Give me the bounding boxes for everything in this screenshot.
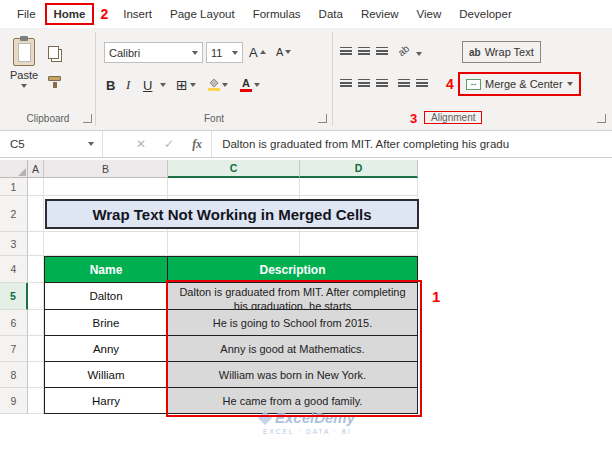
chevron-down-icon bbox=[232, 51, 238, 55]
clipboard-dialog-launcher[interactable] bbox=[83, 114, 92, 123]
tab-review[interactable]: Review bbox=[352, 3, 408, 25]
formula-input[interactable]: Dalton is graduated from MIT. After comp… bbox=[212, 138, 612, 150]
font-color-button[interactable]: A bbox=[240, 74, 260, 96]
row-header-9[interactable]: 9 bbox=[0, 388, 28, 414]
row-header-5[interactable]: 5 bbox=[0, 283, 28, 310]
underline-icon: U bbox=[143, 78, 152, 93]
font-dialog-launcher[interactable] bbox=[318, 114, 327, 123]
description-column-header-cell[interactable]: Description bbox=[168, 256, 418, 283]
tab-formulas[interactable]: Formulas bbox=[244, 3, 310, 25]
name-cell[interactable]: Brine bbox=[44, 310, 168, 336]
font-size-value: 11 bbox=[211, 47, 222, 59]
tab-developer[interactable]: Developer bbox=[450, 3, 520, 25]
cell-c3[interactable] bbox=[168, 232, 300, 256]
cell-a8[interactable] bbox=[28, 362, 44, 388]
enter-button[interactable]: ✓ bbox=[155, 137, 183, 151]
name-cell[interactable]: Harry bbox=[44, 388, 168, 414]
tab-page-layout[interactable]: Page Layout bbox=[161, 3, 244, 25]
annotation-step-2: 2 bbox=[94, 6, 114, 22]
decrease-indent-button[interactable] bbox=[398, 79, 410, 89]
font-size-select[interactable]: 11 bbox=[206, 42, 243, 63]
row-header-2[interactable]: 2 bbox=[0, 196, 28, 232]
annotation-range-box bbox=[166, 280, 422, 417]
row-header-7[interactable]: 7 bbox=[0, 336, 28, 362]
decrease-font-size-button[interactable]: A bbox=[276, 41, 291, 63]
cancel-button[interactable]: ✕ bbox=[127, 137, 155, 151]
align-middle-button[interactable] bbox=[358, 47, 370, 57]
increase-font-size-button[interactable]: A bbox=[249, 41, 266, 63]
cell-a3[interactable] bbox=[28, 232, 44, 256]
wrap-text-button[interactable]: ab Wrap Text bbox=[462, 41, 541, 63]
chevron-down-icon bbox=[254, 83, 260, 87]
font-name-select[interactable]: Calibri bbox=[104, 42, 203, 63]
cell-c1[interactable] bbox=[168, 178, 300, 196]
column-header-a[interactable]: A bbox=[28, 160, 44, 178]
tab-insert[interactable]: Insert bbox=[114, 3, 161, 25]
fill-color-button[interactable] bbox=[208, 74, 228, 96]
increase-indent-button[interactable] bbox=[416, 79, 428, 89]
name-cell[interactable]: Anny bbox=[44, 336, 168, 362]
row-header-3[interactable]: 3 bbox=[0, 232, 28, 256]
chevron-down-icon bbox=[222, 83, 228, 87]
tab-view[interactable]: View bbox=[408, 3, 451, 25]
align-right-button[interactable] bbox=[376, 79, 388, 89]
copy-button[interactable] bbox=[48, 42, 70, 62]
cell-a7[interactable] bbox=[28, 336, 44, 362]
tab-data[interactable]: Data bbox=[310, 3, 352, 25]
cell-b3[interactable] bbox=[44, 232, 168, 256]
orientation-button[interactable]: ab bbox=[396, 43, 412, 59]
column-header-b[interactable]: B bbox=[44, 160, 168, 178]
align-top-button[interactable] bbox=[340, 47, 352, 57]
cell-d1[interactable] bbox=[300, 178, 418, 196]
cell-a5[interactable] bbox=[28, 283, 44, 310]
wrap-text-icon: ab bbox=[469, 47, 481, 58]
divider bbox=[102, 131, 103, 157]
column-header-d[interactable]: D bbox=[300, 160, 418, 178]
alignment-dialog-launcher[interactable] bbox=[597, 114, 606, 123]
column-header-c[interactable]: C bbox=[168, 160, 300, 178]
sheet-title-cell[interactable]: Wrap Text Not Working in Merged Cells bbox=[45, 199, 419, 229]
formula-bar: C5 ✕ ✓ fx Dalton is graduated from MIT. … bbox=[0, 131, 612, 158]
row-header-8[interactable]: 8 bbox=[0, 362, 28, 388]
tab-file[interactable]: File bbox=[8, 3, 45, 25]
excel-window: File Home 2 Insert Page Layout Formulas … bbox=[0, 0, 612, 452]
paste-icon bbox=[13, 38, 35, 66]
cell-a2[interactable] bbox=[28, 196, 44, 232]
paste-label: Paste bbox=[10, 69, 38, 81]
align-center-button[interactable] bbox=[358, 79, 370, 89]
empty-area bbox=[418, 362, 612, 388]
name-column-header-cell[interactable]: Name bbox=[44, 256, 168, 283]
group-divider bbox=[332, 32, 333, 126]
name-box[interactable]: C5 bbox=[0, 138, 88, 150]
align-bottom-button[interactable] bbox=[376, 47, 388, 57]
orientation-icon: ab bbox=[396, 43, 412, 59]
cell-b1[interactable] bbox=[44, 178, 168, 196]
empty-area bbox=[418, 388, 612, 414]
cell-a9[interactable] bbox=[28, 388, 44, 414]
borders-button[interactable]: ⊞ bbox=[176, 74, 196, 96]
row-header-1[interactable]: 1 bbox=[0, 178, 28, 196]
cell-a6[interactable] bbox=[28, 310, 44, 336]
merge-and-center-button[interactable]: Merge & Center bbox=[458, 72, 581, 96]
format-painter-button[interactable] bbox=[48, 68, 70, 88]
underline-button[interactable]: U bbox=[143, 74, 152, 96]
name-cell[interactable]: William bbox=[44, 362, 168, 388]
empty-area bbox=[418, 178, 612, 196]
cell-a1[interactable] bbox=[28, 178, 44, 196]
cell-d3[interactable] bbox=[300, 232, 418, 256]
cell-a4[interactable] bbox=[28, 256, 44, 283]
watermark-tagline: EXCEL · DATA · BI bbox=[215, 428, 400, 435]
bold-button[interactable]: B bbox=[106, 74, 115, 96]
format-painter-icon bbox=[48, 76, 61, 81]
name-cell[interactable]: Dalton bbox=[44, 283, 168, 310]
name-box-dropdown-icon[interactable] bbox=[88, 142, 94, 146]
row-header-4[interactable]: 4 bbox=[0, 256, 28, 283]
insert-function-button[interactable]: fx bbox=[183, 137, 211, 152]
tab-home[interactable]: Home bbox=[45, 3, 95, 25]
italic-button[interactable]: I bbox=[126, 74, 130, 96]
paste-button[interactable]: Paste bbox=[6, 38, 42, 112]
align-left-button[interactable] bbox=[340, 79, 352, 89]
select-all-corner[interactable] bbox=[0, 160, 28, 178]
merge-and-center-label: Merge & Center bbox=[485, 78, 563, 90]
row-header-6[interactable]: 6 bbox=[0, 310, 28, 336]
